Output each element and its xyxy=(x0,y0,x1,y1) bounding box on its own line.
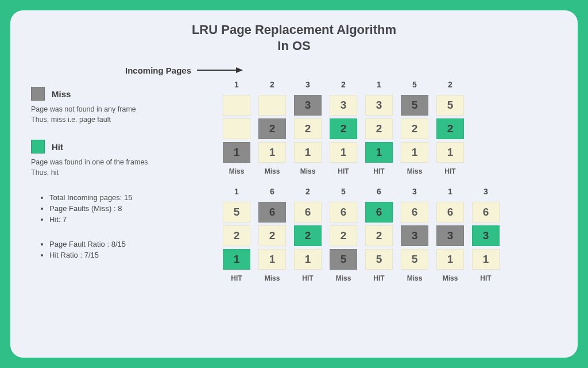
frame-column: 5521Miss xyxy=(401,80,428,175)
frame-cell: 1 xyxy=(330,142,357,163)
stat-item: Page Fault Ratio : 8/15 xyxy=(49,240,209,248)
frame-cell: 2 xyxy=(401,118,428,139)
frame-cell: 3 xyxy=(472,225,500,246)
miss-desc: Page was not found in any frame Thus, mi… xyxy=(31,104,209,125)
frame-cell: 5 xyxy=(330,249,357,270)
frame-cell: 6 xyxy=(365,202,393,223)
frame-column: 2521HIT xyxy=(436,80,464,175)
svg-marker-1 xyxy=(236,67,243,73)
frame-cell: 2 xyxy=(294,225,322,246)
frame-cell: 5 xyxy=(436,95,464,116)
stat-item: Hit Ratio : 7/15 xyxy=(49,251,209,259)
stat-item: Total Incoming pages: 15 xyxy=(49,193,209,202)
frame-row-2: 1521HIT6621Miss2621HIT5625Miss6625HIT363… xyxy=(223,187,557,282)
right-column: Incoming Pages 11Miss221Miss3321Miss2321… xyxy=(223,64,557,294)
frame-cell: 6 xyxy=(401,202,428,223)
frame-column: 221Miss xyxy=(258,80,286,175)
column-status: Miss xyxy=(300,167,316,175)
frame-cell: 1 xyxy=(436,142,464,163)
column-status: Miss xyxy=(336,274,351,282)
frame-cell: 1 xyxy=(436,249,464,270)
frame-cell: 6 xyxy=(436,202,464,223)
hit-title: Hit xyxy=(52,142,63,152)
frame-cell: 2 xyxy=(436,118,464,139)
incoming-page-number: 2 xyxy=(305,187,310,198)
incoming-page-number: 1 xyxy=(234,187,239,198)
frame-cell: 3 xyxy=(294,95,322,116)
frame-row-1: 11Miss221Miss3321Miss2321HIT1321HIT5521M… xyxy=(223,80,557,175)
incoming-page-number: 1 xyxy=(234,80,239,91)
arrow-right-icon xyxy=(197,66,243,74)
frame-cell: 3 xyxy=(401,225,428,246)
frame-cell: 5 xyxy=(223,202,250,223)
frame-cell: 2 xyxy=(365,225,393,246)
frame-cell: 2 xyxy=(258,225,286,246)
frame-cell: 5 xyxy=(365,249,393,270)
incoming-page-number: 6 xyxy=(377,187,381,198)
frame-cell: 1 xyxy=(294,249,322,270)
stat-item: Page Faults (Miss) : 8 xyxy=(49,204,209,213)
column-status: HIT xyxy=(480,274,491,282)
legend-hit: Hit Page was found in one of the frames … xyxy=(31,140,209,178)
frame-column: 6625HIT xyxy=(365,187,393,282)
incoming-page-number: 6 xyxy=(270,187,274,198)
legend-miss: Miss Page was not found in any frame Thu… xyxy=(31,87,209,125)
frame-column: 1321HIT xyxy=(365,80,393,175)
frame-cell: 2 xyxy=(258,118,286,139)
column-status: Miss xyxy=(407,167,423,175)
column-status: HIT xyxy=(444,167,455,175)
frame-cell: 3 xyxy=(330,95,357,116)
stats-block: Total Incoming pages: 15 Page Faults (Mi… xyxy=(39,193,209,259)
frame-cell: 1 xyxy=(223,142,250,163)
miss-title: Miss xyxy=(52,89,71,99)
frame-cell: 1 xyxy=(472,249,500,270)
frame-cell: 1 xyxy=(258,249,286,270)
page-title: LRU Page Replacement Algorithm In OS xyxy=(31,22,557,53)
column-status: HIT xyxy=(302,274,313,282)
column-status: Miss xyxy=(229,167,245,175)
hit-swatch xyxy=(31,140,45,154)
frame-cell: 5 xyxy=(401,249,428,270)
frame-cell: 1 xyxy=(401,142,428,163)
frame-cell: 6 xyxy=(472,202,500,223)
frame-cell: 1 xyxy=(365,142,393,163)
frame-column: 2621HIT xyxy=(294,187,322,282)
column-status: HIT xyxy=(338,167,349,175)
incoming-page-number: 3 xyxy=(483,187,488,198)
frame-cell: 3 xyxy=(365,95,393,116)
incoming-page-number: 2 xyxy=(270,80,274,91)
incoming-page-number: 2 xyxy=(448,80,452,91)
frame-column: 3635Miss xyxy=(401,187,428,282)
frame-column: 11Miss xyxy=(223,80,250,175)
frame-cell: 1 xyxy=(223,249,250,270)
column-status: HIT xyxy=(231,274,242,282)
frame-column: 3631HIT xyxy=(472,187,500,282)
frame-column: 6621Miss xyxy=(258,187,286,282)
incoming-label: Incoming Pages xyxy=(125,66,191,75)
frame-column: 2321HIT xyxy=(330,80,357,175)
frame-cell: 1 xyxy=(258,142,286,163)
column-status: Miss xyxy=(265,274,280,282)
frame-column: 5625Miss xyxy=(330,187,357,282)
hit-desc: Page was found in one of the frames Thus… xyxy=(31,157,209,178)
stat-item: Hit: 7 xyxy=(49,215,209,224)
incoming-page-number: 3 xyxy=(305,80,310,91)
frame-cell: 5 xyxy=(401,95,428,116)
column-status: HIT xyxy=(373,167,384,175)
incoming-page-number: 2 xyxy=(341,80,346,91)
frame-column: 3321Miss xyxy=(294,80,322,175)
column-status: Miss xyxy=(443,274,458,282)
stats-list-a: Total Incoming pages: 15 Page Faults (Mi… xyxy=(39,193,209,224)
stats-list-b: Page Fault Ratio : 8/15 Hit Ratio : 7/15 xyxy=(39,240,209,259)
frame-cell: 1 xyxy=(294,142,322,163)
frame-cell xyxy=(223,118,250,139)
frame-column: 1631Miss xyxy=(436,187,464,282)
incoming-page-number: 3 xyxy=(412,187,417,198)
column-status: HIT xyxy=(373,274,384,282)
frame-cell: 3 xyxy=(436,225,464,246)
incoming-page-number: 1 xyxy=(448,187,452,198)
frame-cell xyxy=(258,95,286,116)
frame-column: 1521HIT xyxy=(223,187,250,282)
frame-cell: 2 xyxy=(365,118,393,139)
frame-cell: 6 xyxy=(294,202,322,223)
